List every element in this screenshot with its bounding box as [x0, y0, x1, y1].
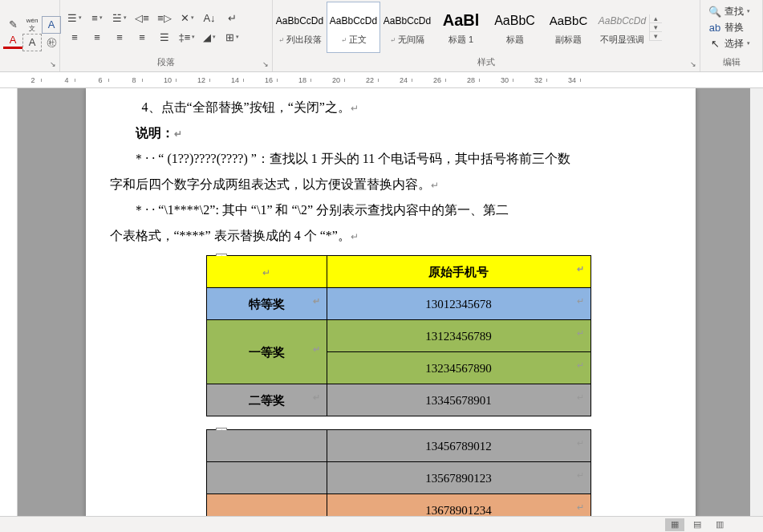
read-mode-view[interactable]: ▤: [688, 518, 707, 531]
replace-icon: ab: [708, 22, 721, 34]
status-bar: ▦ ▤ ▥: [0, 516, 763, 532]
table-cell[interactable]: 原始手机号↵: [327, 256, 591, 288]
align-left-button[interactable]: ≡: [63, 28, 86, 46]
show-marks-button[interactable]: ↵: [221, 9, 243, 26]
print-layout-view[interactable]: ▦: [665, 518, 684, 531]
vertical-ruler[interactable]: [0, 88, 18, 516]
table-cell[interactable]: [206, 494, 327, 517]
table-cell[interactable]: 特等奖↵: [206, 288, 327, 320]
line-spacing-button[interactable]: ‡≡▾: [176, 28, 198, 46]
style-item[interactable]: AaBbC副标题: [542, 2, 595, 53]
numbering-button[interactable]: ≡▾: [86, 9, 108, 26]
style-item[interactable]: AaBbCcDd⤶列出段落: [273, 2, 327, 53]
shading-button[interactable]: ◢▾: [198, 28, 221, 46]
styles-gallery[interactable]: AaBbCcDd⤶列出段落AaBbCcDd⤶正文AaBbCcDd⤶无间隔AaBl…: [273, 2, 649, 53]
style-item[interactable]: AaBbCcDd不明显强调: [595, 2, 649, 53]
table-cell[interactable]: 13345678901↵: [327, 384, 591, 416]
enclose-characters-button[interactable]: ㊓: [42, 34, 61, 51]
align-justify-button[interactable]: ≡: [131, 28, 153, 46]
borders-button[interactable]: ⊞▾: [221, 28, 243, 46]
font-dialog-launcher[interactable]: ↘: [48, 60, 58, 70]
vertical-scrollbar[interactable]: [750, 88, 763, 516]
paragraph[interactable]: 说明：↵: [110, 120, 664, 146]
styles-dialog-launcher[interactable]: ↘: [688, 60, 698, 70]
prize-table-2: 13456789012↵ 13567890123↵ 13678901234↵: [206, 429, 591, 516]
paragraph-dialog-launcher[interactable]: ↘: [261, 60, 270, 70]
table-cell[interactable]: 13678901234↵: [327, 494, 591, 517]
paragraph-group-label: 段落: [157, 57, 175, 67]
styles-group-label: 样式: [477, 57, 495, 67]
find-icon: 🔍: [708, 6, 721, 18]
paragraph[interactable]: ＊· · “\1****\2”: 其中 “\1” 和 “\2” 分别表示查找内容…: [110, 197, 664, 223]
format-painter-button[interactable]: ✎: [3, 16, 22, 34]
bullets-button[interactable]: ☰▾: [63, 9, 86, 26]
table-cell[interactable]: [206, 462, 327, 494]
styles-scroll-down[interactable]: ▾: [650, 23, 662, 32]
font-color-button[interactable]: A: [3, 34, 22, 49]
table-cell[interactable]: 13123456789↵: [327, 320, 591, 352]
prize-table-1: ↵ 原始手机号↵ 特等奖↵ 13012345678↵ 一等奖↵ 13123456…: [206, 255, 591, 416]
sort-button[interactable]: A↓: [198, 9, 221, 26]
styles-scroll-up[interactable]: ▴: [650, 14, 662, 23]
select-button[interactable]: ↖ 选择 ▾: [705, 35, 753, 51]
select-icon: ↖: [708, 38, 721, 50]
multilevel-list-button[interactable]: ☱▾: [108, 9, 131, 26]
align-right-button[interactable]: ≡: [108, 28, 131, 46]
character-shading-button[interactable]: A: [22, 34, 42, 51]
table-cell[interactable]: 13567890123↵: [327, 462, 591, 494]
horizontal-ruler[interactable]: 246810121416182022242628303234: [0, 72, 763, 88]
asian-layout-button[interactable]: ✕▾: [176, 9, 198, 26]
character-border-button[interactable]: A: [42, 16, 61, 34]
find-button[interactable]: 🔍 查找 ▾: [705, 3, 753, 19]
table-cell[interactable]: ↵: [206, 256, 327, 288]
web-layout-view[interactable]: ▥: [710, 518, 729, 531]
increase-indent-button[interactable]: ≡▷: [153, 9, 176, 26]
table-cell[interactable]: 13012345678↵: [327, 288, 591, 320]
table-cell[interactable]: 13456789012↵: [327, 430, 591, 462]
table-cell[interactable]: 二等奖↵: [206, 384, 327, 416]
decrease-indent-button[interactable]: ◁≡: [131, 9, 153, 26]
table-cell[interactable]: 13234567890↵: [327, 352, 591, 384]
styles-expand[interactable]: ▾: [650, 32, 662, 41]
distributed-button[interactable]: ☰: [153, 28, 176, 46]
paragraph[interactable]: 字和后四个数字分成两组表达式，以方便设置替换内容。↵: [110, 172, 664, 197]
document-page[interactable]: 4、点击“全部替换”按钮，“关闭”之。↵ 说明：↵ ＊· · “ (1??)??…: [86, 88, 696, 516]
paragraph[interactable]: ＊· · “ (1??)????(????) ”：查找以 1 开头的 11 个电…: [110, 146, 664, 172]
style-item[interactable]: AaBbCcDd⤶正文: [327, 2, 380, 53]
align-center-button[interactable]: ≡: [86, 28, 108, 46]
phonetic-guide-button[interactable]: wén文: [22, 16, 42, 34]
paragraph[interactable]: 个表格式，“****” 表示替换成的 4 个 “*”。↵: [110, 223, 664, 249]
paragraph[interactable]: 4、点击“全部替换”按钮，“关闭”之。↵: [110, 95, 664, 120]
editing-group-label: 编辑: [723, 57, 741, 67]
table-cell[interactable]: [206, 430, 327, 462]
style-item[interactable]: AaBbC标题: [488, 2, 542, 53]
style-item[interactable]: AaBbCcDd⤶无间隔: [380, 2, 434, 53]
style-item[interactable]: AaBl标题 1: [434, 2, 488, 53]
replace-button[interactable]: ab 替换: [705, 19, 753, 35]
table-cell[interactable]: 一等奖↵: [206, 320, 327, 384]
